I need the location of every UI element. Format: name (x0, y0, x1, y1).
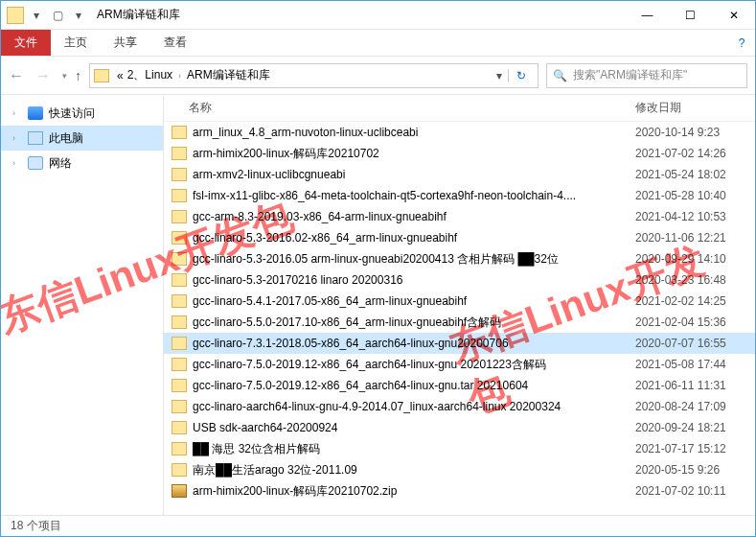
file-date: 2021-07-02 14:26 (635, 147, 755, 160)
qat-overflow-icon[interactable]: ▾ (70, 7, 87, 24)
sidebar-item-label: 此电脑 (49, 130, 83, 147)
titlebar: ▾ ▢ ▾ ARM编译链和库 — ☐ ✕ (1, 1, 755, 30)
sidebar: ›快速访问›此电脑›网络 (1, 95, 164, 517)
folder-icon (172, 168, 187, 181)
close-button[interactable]: ✕ (712, 2, 755, 29)
file-date: 2020-08-24 17:09 (635, 400, 755, 413)
folder-icon (172, 442, 187, 455)
file-row[interactable]: gcc-linaro-7.5.0-2019.12-x86_64_aarch64-… (164, 354, 755, 375)
file-date: 2021-05-28 10:40 (635, 189, 755, 202)
minimize-button[interactable]: — (626, 2, 669, 29)
folder-icon (172, 463, 187, 477)
file-date: 2021-04-12 10:53 (635, 210, 755, 223)
file-name: gcc-linaro-5.3-2016.02-x86_64_arm-linux-… (193, 231, 635, 245)
file-row[interactable]: gcc-linaro-7.5.0-2019.12-x86_64_aarch64-… (164, 375, 755, 396)
quick-icon (28, 106, 43, 120)
file-row[interactable]: USB sdk-aarch64-202009242020-09-24 18:21 (164, 417, 755, 438)
chevron-right-icon: › (12, 158, 22, 168)
file-name: arm-himix200-linux-解码库20210702.zip (193, 483, 635, 500)
address-dropdown-icon[interactable]: ▾ (491, 69, 508, 82)
breadcrumb-root[interactable]: « (115, 69, 126, 82)
file-row[interactable]: fsl-imx-x11-glibc-x86_64-meta-toolchain-… (164, 185, 755, 206)
history-dropdown-icon[interactable]: ▾ (62, 71, 67, 81)
file-date: 2021-06-11 11:31 (635, 379, 755, 392)
tab-view[interactable]: 查看 (150, 30, 200, 56)
file-date: 2021-07-17 15:12 (635, 442, 755, 455)
file-name: fsl-imx-x11-glibc-x86_64-meta-toolchain-… (193, 189, 635, 202)
file-row[interactable]: arm_linux_4.8_arm-nuvoton-linux-uclibcea… (164, 122, 755, 143)
folder-icon (7, 7, 24, 24)
file-date: 2020-10-14 9:23 (635, 126, 755, 139)
folder-icon (172, 273, 187, 287)
quick-access-toolbar: ▾ ▢ ▾ (1, 7, 93, 24)
qat-pin-icon[interactable]: ▢ (49, 7, 66, 24)
column-name[interactable]: 名称 (164, 100, 635, 116)
maximize-button[interactable]: ☐ (669, 2, 712, 29)
file-row[interactable]: arm-xmv2-linux-uclibcgnueabi2021-05-24 1… (164, 164, 755, 185)
file-row[interactable]: gcc-linaro-5.3-20170216 linaro 202003162… (164, 269, 755, 291)
file-row[interactable]: gcc-linaro-aarch64-linux-gnu-4.9-2014.07… (164, 396, 755, 417)
menubar: 文件 主页 共享 查看 ? (1, 30, 755, 57)
item-count: 18 个项目 (11, 518, 61, 534)
breadcrumb-item[interactable]: 2、Linux (126, 67, 174, 83)
file-row[interactable]: gcc-linaro-5.4.1-2017.05-x86_64_arm-linu… (164, 291, 755, 312)
file-name: gcc-linaro-5.3-2016.05 arm-linux-gnueabi… (193, 251, 635, 268)
file-row[interactable]: gcc-arm-8.3-2019.03-x86_64-arm-linux-gnu… (164, 206, 755, 227)
file-row[interactable]: gcc-linaro-7.3.1-2018.05-x86_64_aarch64-… (164, 333, 755, 354)
breadcrumb-item[interactable]: ARM编译链和库 (185, 67, 272, 83)
folder-icon (172, 231, 187, 245)
file-list: arm_linux_4.8_arm-nuvoton-linux-uclibcea… (164, 122, 755, 502)
file-row[interactable]: arm-himix200-linux-解码库202107022021-07-02… (164, 143, 755, 164)
address-bar[interactable]: « 2、Linux › ARM编译链和库 ▾ ↻ (89, 63, 538, 88)
sidebar-item[interactable]: ›网络 (1, 151, 163, 175)
search-input[interactable]: 🔍 搜索"ARM编译链和库" (546, 63, 747, 88)
net-icon (28, 156, 43, 170)
sidebar-item-label: 快速访问 (49, 105, 95, 122)
tab-share[interactable]: 共享 (101, 30, 150, 56)
file-date: 2021-07-02 10:11 (635, 484, 755, 498)
back-button[interactable]: ← (9, 67, 24, 84)
file-name: arm-xmv2-linux-uclibcgnueabi (193, 168, 635, 181)
folder-icon (172, 315, 187, 329)
tab-home[interactable]: 主页 (51, 30, 101, 56)
file-row[interactable]: gcc-linaro-5.5.0-2017.10-x86_64_arm-linu… (164, 312, 755, 333)
file-date: 2020-03-23 16:48 (635, 273, 755, 287)
file-row[interactable]: 南京██生活arago 32位-2011.092020-05-15 9:26 (164, 459, 755, 480)
file-row[interactable]: gcc-linaro-5.3-2016.02-x86_64_arm-linux-… (164, 227, 755, 248)
refresh-button[interactable]: ↻ (508, 69, 534, 82)
file-row[interactable]: arm-himix200-linux-解码库20210702.zip2021-0… (164, 480, 755, 502)
archive-icon (172, 484, 187, 498)
help-button[interactable]: ? (728, 30, 755, 56)
file-name: USB sdk-aarch64-20200924 (193, 421, 635, 434)
file-date: 2020-11-06 12:21 (635, 231, 755, 245)
file-name: 南京██生活arago 32位-2011.09 (193, 462, 635, 479)
file-name: gcc-arm-8.3-2019.03-x86_64-arm-linux-gnu… (193, 210, 635, 223)
file-pane: 名称 修改日期 arm_linux_4.8_arm-nuvoton-linux-… (164, 95, 755, 517)
sidebar-item[interactable]: ›此电脑 (1, 126, 163, 151)
file-name: gcc-linaro-aarch64-linux-gnu-4.9-2014.07… (193, 400, 635, 413)
column-date[interactable]: 修改日期 (635, 100, 755, 116)
file-name: gcc-linaro-5.3-20170216 linaro 20200316 (193, 273, 635, 287)
chevron-right-icon[interactable]: › (174, 71, 185, 81)
forward-button[interactable]: → (35, 67, 51, 84)
folder-icon (172, 421, 187, 434)
chevron-right-icon: › (12, 108, 22, 118)
sidebar-item-label: 网络 (49, 155, 72, 172)
up-button[interactable]: ↑ (75, 68, 81, 83)
nav-arrows: ← → ▾ (9, 67, 67, 84)
sidebar-item[interactable]: ›快速访问 (1, 101, 163, 126)
window-title: ARM编译链和库 (93, 7, 626, 23)
file-row[interactable]: ██ 海思 32位含相片解码2021-07-17 15:12 (164, 438, 755, 459)
file-date: 2021-02-04 15:36 (635, 315, 755, 329)
body: ›快速访问›此电脑›网络 名称 修改日期 arm_linux_4.8_arm-n… (1, 95, 755, 517)
file-date: 2021-05-24 18:02 (635, 168, 755, 181)
search-icon: 🔍 (553, 69, 567, 82)
qat-dropdown-icon[interactable]: ▾ (28, 7, 45, 24)
file-row[interactable]: gcc-linaro-5.3-2016.05 arm-linux-gnueabi… (164, 248, 755, 269)
file-date: 2021-02-02 14:25 (635, 294, 755, 308)
file-name: ██ 海思 32位含相片解码 (193, 441, 635, 457)
folder-icon (172, 189, 187, 202)
tab-file[interactable]: 文件 (1, 30, 51, 56)
file-name: arm_linux_4.8_arm-nuvoton-linux-uclibcea… (193, 126, 635, 139)
file-name: gcc-linaro-7.3.1-2018.05-x86_64_aarch64-… (193, 337, 635, 350)
